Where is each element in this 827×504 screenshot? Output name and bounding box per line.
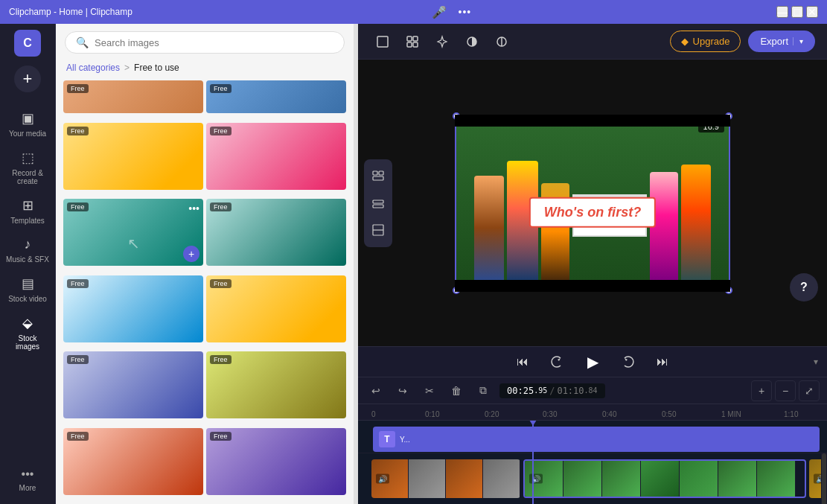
text-track-row: T Y... Friendly Classmates With Blank Pa… bbox=[358, 421, 827, 453]
rewind-button[interactable] bbox=[546, 351, 568, 373]
stock-thumb-7[interactable]: Free bbox=[206, 275, 346, 342]
stock-thumb-5[interactable]: Free bbox=[206, 199, 346, 266]
breadcrumb-parent[interactable]: All categories bbox=[66, 63, 120, 73]
text-clip[interactable]: T Y... bbox=[373, 427, 820, 452]
play-button[interactable]: ▶ bbox=[580, 349, 605, 374]
thumb-cell bbox=[563, 461, 602, 497]
sidebar-item-templates[interactable]: ⊞ Templates bbox=[2, 191, 53, 231]
sidebar-item-label: Your media bbox=[9, 130, 46, 138]
stock-thumb-2[interactable]: Free bbox=[63, 123, 203, 190]
microphone-icon[interactable]: 🎤 bbox=[432, 5, 447, 19]
text-clip-label: Y... bbox=[400, 436, 410, 444]
more-dots-icon: ••• bbox=[22, 468, 34, 481]
templates-icon: ⊞ bbox=[22, 197, 33, 214]
sidebar-item-stock-images[interactable]: ⬙ Stock images bbox=[2, 309, 53, 357]
search-area: 🔍 bbox=[56, 24, 354, 58]
upgrade-button[interactable]: ◆ Upgrade bbox=[670, 31, 741, 52]
playback-controls: ⏮ ▶ ⏭ ▾ bbox=[358, 346, 827, 377]
search-input[interactable] bbox=[95, 37, 333, 48]
export-button[interactable]: Export ▾ bbox=[748, 31, 815, 52]
help-button[interactable]: ? bbox=[790, 273, 818, 302]
add-button[interactable]: + bbox=[14, 66, 41, 92]
video-clip-2[interactable]: 🔊 bbox=[523, 459, 806, 498]
cut-button[interactable]: ✂ bbox=[419, 380, 440, 401]
video-clip-1[interactable]: 🔊 bbox=[371, 459, 520, 498]
stock-thumb-1[interactable]: Free bbox=[206, 80, 346, 113]
zoom-controls: + − ⤢ bbox=[751, 380, 820, 401]
search-input-wrap[interactable]: 🔍 bbox=[65, 31, 345, 54]
forward-button[interactable] bbox=[617, 351, 639, 373]
editor-toolbar: ◆ Upgrade Export ▾ bbox=[358, 24, 827, 60]
track-scrollbar-thumb[interactable] bbox=[822, 453, 826, 504]
stock-thumb-6[interactable]: Free bbox=[63, 275, 203, 342]
free-badge: Free bbox=[67, 84, 89, 93]
overlay-btn-1[interactable] bbox=[364, 164, 392, 189]
maximize-button[interactable]: □ bbox=[791, 6, 803, 18]
sidebar-item-stock-video[interactable]: ▤ Stock video bbox=[2, 269, 53, 309]
skip-back-button[interactable]: ⏮ bbox=[511, 351, 534, 373]
close-button[interactable]: ✕ bbox=[806, 6, 818, 18]
fit-to-window-button[interactable]: ⤢ bbox=[799, 380, 820, 401]
magic-tool-button[interactable] bbox=[430, 29, 455, 54]
add-to-timeline-button[interactable]: + bbox=[183, 246, 199, 262]
music-icon: ♪ bbox=[25, 237, 31, 252]
text-clip-icon: T bbox=[379, 431, 395, 447]
app-logo[interactable]: C bbox=[14, 30, 41, 57]
upgrade-label: Upgrade bbox=[693, 36, 730, 47]
preview-video: Who's on first? bbox=[455, 115, 730, 292]
overlay-btn-3[interactable] bbox=[364, 217, 392, 243]
free-badge: Free bbox=[210, 84, 232, 93]
zoom-out-button[interactable]: − bbox=[775, 380, 796, 401]
sidebar-item-music-sfx[interactable]: ♪ Music & SFX bbox=[2, 231, 53, 269]
stock-thumb-3[interactable]: Free bbox=[206, 123, 346, 190]
free-badge: Free bbox=[210, 355, 232, 364]
more-options-icon[interactable]: ••• bbox=[459, 6, 472, 18]
split-tool-button[interactable] bbox=[489, 29, 514, 54]
playhead[interactable] bbox=[532, 421, 534, 504]
skip-forward-button[interactable]: ⏭ bbox=[651, 351, 674, 373]
delete-button[interactable]: 🗑 bbox=[446, 380, 467, 401]
preview-area: Who's on first? 16:9 ? bbox=[358, 60, 827, 346]
ruler-mark-110: 1:10 bbox=[784, 410, 798, 418]
volume-icon: 🔊 bbox=[376, 474, 389, 484]
sidebar-more-button[interactable]: ••• More bbox=[2, 462, 53, 498]
free-badge: Free bbox=[210, 202, 232, 211]
stock-grid: Free Free Free Free Free ••• + ↖ Free bbox=[56, 77, 354, 504]
copy-button[interactable]: ⧉ bbox=[473, 380, 494, 401]
contrast-tool-button[interactable] bbox=[459, 29, 485, 54]
zoom-in-button[interactable]: + bbox=[751, 380, 772, 401]
sidebar-item-your-media[interactable]: ▣ Your media bbox=[2, 104, 53, 144]
crop-tool-button[interactable] bbox=[370, 29, 395, 54]
export-dropdown-icon[interactable]: ▾ bbox=[793, 37, 803, 45]
stock-thumb-10[interactable]: Free bbox=[63, 428, 203, 495]
minimize-button[interactable]: — bbox=[776, 6, 788, 18]
svg-rect-0 bbox=[377, 36, 388, 47]
stock-thumb-11[interactable]: Free bbox=[206, 428, 346, 495]
stock-thumb-0[interactable]: Free bbox=[63, 80, 203, 113]
stock-thumb-9[interactable]: Free bbox=[206, 351, 346, 418]
svg-rect-11 bbox=[373, 200, 383, 203]
title-bar-left: Clipchamp - Home | Clipchamp bbox=[9, 7, 132, 17]
timeline-area: ↩ ↪ ✂ 🗑 ⧉ 00:25.95 / 01:10.84 + − ⤢ 0 bbox=[358, 377, 827, 504]
layout-tool-button[interactable] bbox=[400, 29, 425, 54]
stock-thumb-4[interactable]: Free ••• + ↖ bbox=[63, 199, 203, 266]
timeline-tracks: T Y... Friendly Classmates With Blank Pa… bbox=[358, 421, 827, 504]
chevron-down-button[interactable]: ▾ bbox=[814, 357, 818, 367]
more-options-button[interactable]: ••• bbox=[188, 202, 199, 214]
current-time: 00:25 bbox=[507, 386, 534, 396]
stock-thumb-8[interactable]: Free bbox=[63, 351, 203, 418]
thumb-cell bbox=[602, 461, 641, 497]
thumb-cell bbox=[446, 459, 483, 498]
undo-button[interactable]: ↩ bbox=[365, 380, 386, 401]
preview-canvas: Who's on first? 16:9 bbox=[455, 115, 730, 292]
record-icon: ⬚ bbox=[22, 150, 34, 166]
overlay-btn-2[interactable] bbox=[364, 191, 392, 216]
svg-rect-10 bbox=[373, 176, 383, 180]
sidebar-item-record-create[interactable]: ⬚ Record & create bbox=[2, 144, 53, 191]
stock-images-icon: ⬙ bbox=[22, 315, 33, 331]
breadcrumb-current: Free to use bbox=[134, 63, 179, 73]
ruler-mark-30: 0:30 bbox=[543, 410, 557, 418]
redo-button[interactable]: ↪ bbox=[392, 380, 413, 401]
toolbar-left bbox=[370, 29, 514, 54]
thumb-cell bbox=[641, 461, 680, 497]
